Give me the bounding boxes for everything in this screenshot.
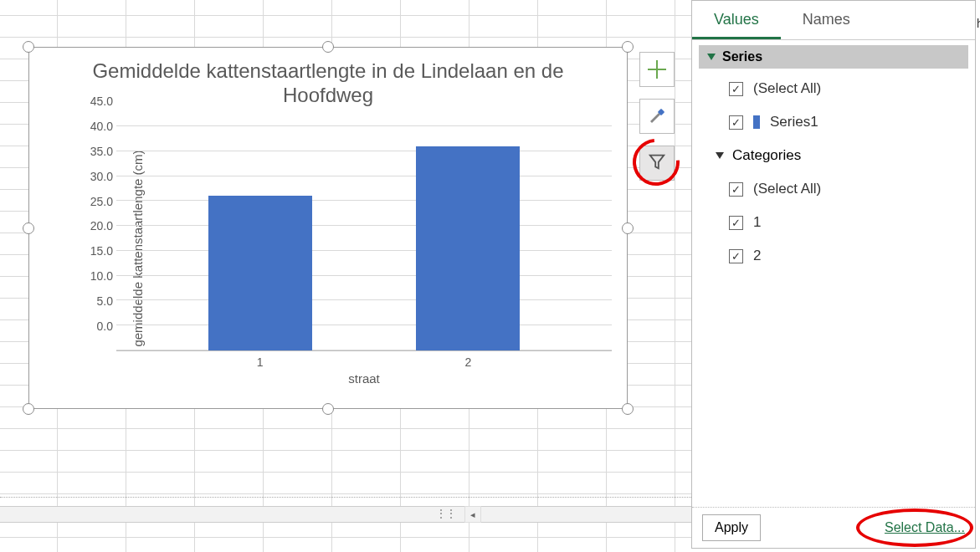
chart-side-buttons [639,52,675,181]
resize-handle[interactable] [622,41,634,53]
series-header-label: Series [722,49,762,64]
resize-handle[interactable] [322,403,334,415]
chart-title[interactable]: Gemiddelde kattenstaartlengte in de Lind… [29,48,627,113]
chart-filters-panel: Values Names Series (Select All) Series1… [691,0,976,549]
category-item[interactable]: 1 [700,206,967,239]
x-axis-label[interactable]: straat [348,371,380,386]
y-tick-label: 45.0 [90,95,113,108]
resize-handle[interactable] [622,403,634,415]
gridline [116,299,612,300]
sheet-divider [0,497,691,498]
gridline [116,176,612,176]
bar[interactable] [208,196,312,350]
category-item[interactable]: 2 [700,239,967,273]
categories-header-label: Categories [732,147,801,164]
category-item-label: 2 [753,248,761,264]
gridline [116,350,612,350]
y-tick-label: 30.0 [90,170,113,183]
series-group-header[interactable]: Series [699,45,968,69]
resize-handle[interactable] [23,41,34,53]
category-item-label: 1 [753,214,761,231]
chart-area[interactable]: Gemiddelde kattenstaartlengte in de Lind… [28,47,628,409]
triangle-down-icon [707,54,716,60]
tab-values[interactable]: Values [692,1,781,39]
y-tick-label: 25.0 [90,195,113,208]
plus-icon [648,60,666,79]
select-data-link[interactable]: Select Data... [885,520,965,534]
bar[interactable] [416,146,520,350]
series-list: (Select All) Series1 [692,69,975,139]
y-tick-label: 35.0 [90,145,113,158]
triangle-down-icon [716,152,724,159]
x-tick-label: 1 [257,355,264,369]
series-select-all-label: (Select All) [753,80,821,97]
plot-area[interactable]: gemiddelde kattenstaartlengte (cm) 0.05.… [63,126,612,370]
gridline [116,275,612,276]
resize-handle[interactable] [622,222,634,234]
y-tick-label: 10.0 [90,269,113,283]
chart-object[interactable]: Gemiddelde kattenstaartlengte in de Lind… [23,42,633,414]
gridline [116,325,612,325]
checkbox-icon[interactable] [729,216,743,230]
funnel-icon [648,152,666,174]
categories-select-all-label: (Select All) [753,181,821,197]
chart-elements-button[interactable] [639,52,675,87]
gridline [116,250,612,251]
y-tick-label: 5.0 [97,294,113,308]
scroll-grip-icon[interactable]: ⋮⋮ [435,507,455,520]
gridline [116,125,612,126]
categories-group-header[interactable]: Categories [692,139,975,169]
series-item[interactable]: Series1 [700,105,967,139]
chart-filters-button[interactable] [639,146,675,181]
checkbox-icon[interactable] [729,82,743,96]
edge-char: h [977,17,980,30]
checkbox-icon[interactable] [729,115,743,130]
brush-icon [647,105,667,128]
apply-button[interactable]: Apply [702,514,761,541]
y-axis-ticks: 0.05.010.015.020.025.030.035.040.045.0 [76,126,113,351]
checkbox-icon[interactable] [729,249,743,263]
gridline [116,200,612,201]
y-tick-label: 40.0 [90,120,113,133]
filter-panel-footer: Apply Select Data... [692,507,975,548]
y-tick-label: 0.0 [97,319,113,333]
series-color-swatch [753,115,760,129]
categories-select-all[interactable]: (Select All) [700,172,967,206]
resize-handle[interactable] [322,41,334,53]
series-item-label: Series1 [770,114,818,130]
filter-tabs: Values Names [692,1,975,40]
tab-names[interactable]: Names [781,1,872,39]
categories-list: (Select All) 1 2 [692,169,975,273]
resize-handle[interactable] [23,403,34,415]
y-tick-label: 15.0 [90,244,113,258]
chart-styles-button[interactable] [639,99,675,134]
gridline [116,151,612,151]
y-tick-label: 20.0 [90,219,113,233]
checkbox-icon[interactable] [729,182,743,197]
gridline [116,225,612,226]
series-select-all[interactable]: (Select All) [700,72,967,105]
x-tick-label: 2 [464,355,471,369]
horizontal-scroll-bar[interactable] [0,506,691,523]
plot: straat 12 [116,126,612,351]
resize-handle[interactable] [23,222,34,234]
scroll-left-button[interactable]: ◂ [464,506,481,523]
